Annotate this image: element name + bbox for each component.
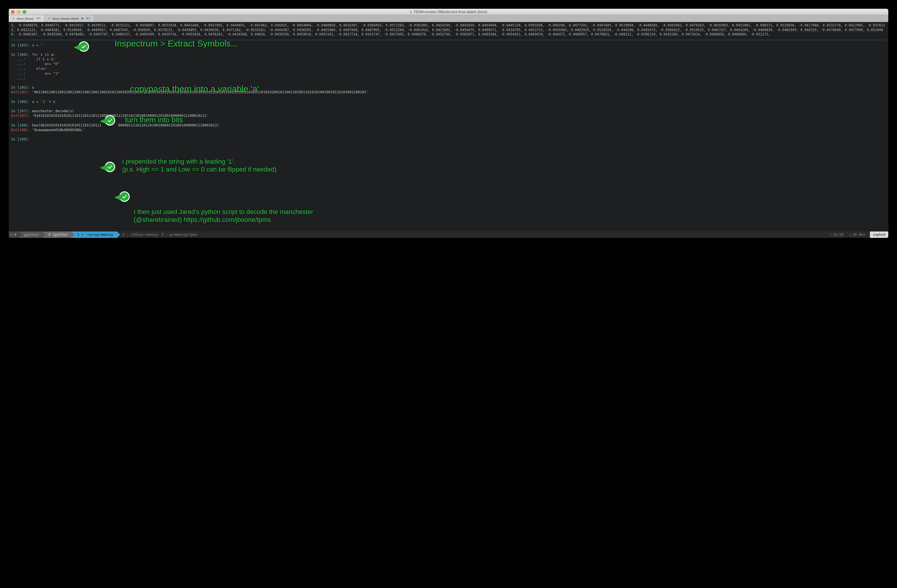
ipython-in-104: In [104]: for i in a: [11, 52, 886, 57]
ipython-out-105: Out[105]: '00110011001100110011001100110… [11, 90, 886, 95]
annotation-prepend-2: (p.s. High == 1 and Low == 0 can be flip… [122, 165, 277, 174]
ipython-in-105: In [105]: s [11, 85, 886, 90]
pane-indicator[interactable]: ❐ 0 [9, 231, 18, 238]
status-active-window[interactable]: 1 ❭ ~/programming [71, 231, 117, 238]
status-window-2[interactable]: 2 ..1101se-teensy [117, 231, 160, 238]
ipython-out-107: Out[107]: '01010101010101010111011101110… [11, 113, 886, 118]
zoom-icon[interactable] [23, 10, 26, 14]
annotation-prepend-1: I prepended the string with a leading '1… [122, 157, 235, 166]
symbol-dump: 3, -0.0396879, 0.0446771, -0.0422917, 0.… [11, 23, 886, 37]
tab-shortcut: ⌘1 [36, 17, 41, 20]
window-title: 1. TERM=screen-256color-bce tmux attach … [11, 10, 886, 14]
tab-tmux[interactable]: ✕ tmux (tmux) ⌘1 [9, 15, 44, 22]
status-session[interactable]: 0 ipython [43, 231, 71, 238]
annotation-jared-2: (@sharebrained) https://github.com/jboon… [134, 216, 271, 224]
close-icon[interactable]: ✕ [12, 17, 15, 20]
ipython-out-108: Out[108]: '0xaaaaeeee03db4869038bL' [11, 128, 886, 132]
tab-label: tmux (tmux) [17, 17, 34, 20]
tabbar: ✕ tmux (tmux) ⌘1 ✕ tmux (mosh-client) ⌘2 [9, 15, 888, 22]
minimize-icon[interactable] [17, 10, 20, 14]
activity-dot-icon [81, 17, 83, 20]
ipython-in-103: In [103]: s = '' [11, 43, 886, 48]
status-host: zaphod [870, 231, 888, 238]
status-time: ❮16:58 [827, 233, 846, 237]
tab-mosh[interactable]: ✕ tmux (mosh-client) ⌘2 [44, 15, 94, 22]
traffic-lights [11, 10, 26, 14]
tab-label: tmux (mosh-client) [53, 17, 79, 20]
status-window-3[interactable]: 3 ..gramming/tpms [160, 231, 199, 238]
annotation-jared-1: I then just used Jared's python script t… [134, 208, 313, 216]
status-date: ❮20 Nov [846, 233, 868, 237]
ipython-in-107: In [107]: manchester_decode(s) [11, 109, 886, 113]
ipython-in-108: In [108]: hex(0b101010101010101011101110… [11, 123, 886, 128]
terminal-content[interactable]: 3, -0.0396879, 0.0446771, -0.0422917, 0.… [9, 22, 888, 231]
ipython-in-106: In [106]: s = '1' + s [11, 100, 886, 104]
tmux-statusbar: ❐ 0 gyaresu 0 ipython 1 ❭ ~/programming … [9, 231, 888, 238]
close-icon[interactable]: ✕ [48, 17, 51, 20]
check-icon [119, 191, 130, 202]
status-user: gyaresu [18, 231, 43, 238]
close-icon[interactable] [11, 10, 15, 14]
terminal-window: 1. TERM=screen-256color-bce tmux attach … [9, 9, 888, 238]
titlebar[interactable]: 1. TERM=screen-256color-bce tmux attach … [9, 9, 888, 15]
ipython-in-109: In [109]: [11, 137, 886, 142]
check-icon [105, 162, 115, 172]
tab-shortcut: ⌘2 [86, 17, 90, 20]
